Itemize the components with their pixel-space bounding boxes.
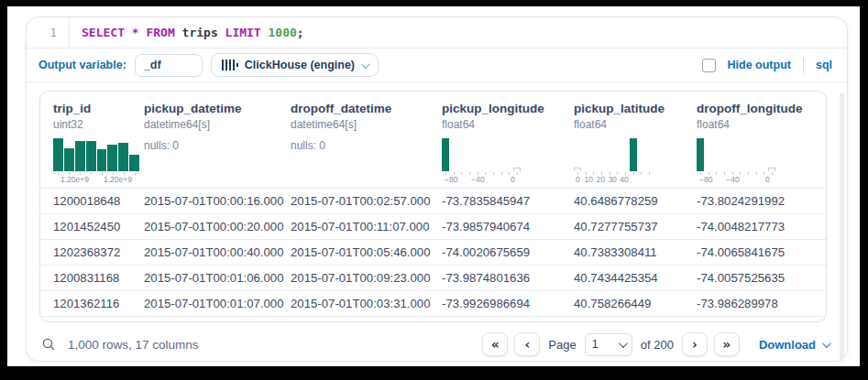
code-token: * bbox=[132, 26, 139, 39]
histogram-bar bbox=[118, 143, 128, 171]
table-cell[interactable]: -74.0057525635 bbox=[697, 271, 826, 285]
code-token: 1000 bbox=[269, 26, 297, 39]
column-header-pickup_datetime[interactable]: pickup_datetimedatetime64[s]nulls: 0 bbox=[144, 101, 291, 184]
chevron-down-icon bbox=[822, 339, 831, 348]
prev-page-button[interactable]: ‹ bbox=[514, 332, 540, 356]
histogram-axis-label: 40 bbox=[620, 175, 628, 184]
table-cell[interactable]: -73.9874801636 bbox=[442, 271, 574, 285]
chevron-down-icon bbox=[361, 60, 370, 69]
table-footer: 1,000 rows, 17 columns « ‹ Page 1 of 200… bbox=[41, 332, 829, 356]
next-page-button[interactable]: › bbox=[682, 332, 708, 356]
histogram-bar bbox=[442, 138, 449, 171]
output-area: trip_iduint321.20e+91.20e+9pickup_dateti… bbox=[27, 91, 847, 322]
column-header-pickup_longitude[interactable]: pickup_longitudefloat64−80−400 bbox=[442, 101, 574, 184]
code-token bbox=[261, 26, 269, 39]
table-row[interactable]: 12000186482015-07-01T00:00:16.0002015-07… bbox=[40, 189, 826, 214]
table-cell[interactable]: 40.758266449 bbox=[574, 297, 697, 310]
table-row[interactable]: 12013621162015-07-01T00:01:07.0002015-07… bbox=[40, 291, 826, 317]
histogram-axis-label: 1.20e+9 bbox=[60, 175, 89, 184]
column-dtype: float64 bbox=[697, 117, 817, 132]
table-cell[interactable]: 40.6486778259 bbox=[574, 194, 697, 208]
engine-label: ClickHouse (engine) bbox=[245, 59, 355, 71]
language-badge[interactable]: sql bbox=[816, 59, 832, 71]
table-cell[interactable]: 2015-07-01T00:00:20.000 bbox=[144, 220, 291, 233]
table-cell[interactable]: 2015-07-01T00:01:07.000 bbox=[144, 297, 291, 310]
histogram-bar bbox=[630, 138, 637, 171]
search-icon[interactable] bbox=[41, 337, 56, 352]
sql-code-line[interactable]: SELECT * FROM trips LIMIT 1000; bbox=[70, 17, 304, 48]
column-header-dropoff_longitude[interactable]: dropoff_longitudefloat64−80−400 bbox=[697, 101, 826, 184]
table-row[interactable]: 12023683722015-07-01T00:00:40.0002015-07… bbox=[40, 240, 826, 266]
toolbar-divider bbox=[803, 58, 804, 73]
table-cell[interactable]: 2015-07-01T00:11:07.000 bbox=[291, 220, 442, 233]
histogram-axis-label: 0 bbox=[511, 175, 515, 184]
table-cell[interactable]: -74.0048217773 bbox=[697, 220, 826, 233]
column-nulls-count: nulls: 0 bbox=[291, 139, 433, 152]
page-number-select[interactable]: 1 bbox=[585, 333, 632, 356]
download-button[interactable]: Download bbox=[759, 338, 829, 352]
sql-cell-card: 1 SELECT * FROM trips LIMIT 1000; Output… bbox=[26, 16, 848, 362]
table-cell[interactable]: 1200831168 bbox=[53, 271, 144, 285]
table-cell[interactable]: 2015-07-01T00:03:31.000 bbox=[291, 297, 442, 310]
column-header-pickup_latitude[interactable]: pickup_latitudefloat64010203040 bbox=[574, 101, 697, 184]
histogram-bar bbox=[97, 149, 107, 171]
column-histogram: 1.20e+91.20e+9 bbox=[53, 138, 139, 184]
code-token bbox=[125, 26, 132, 39]
hide-output-label[interactable]: Hide output bbox=[728, 59, 791, 71]
table-cell[interactable]: 1201452450 bbox=[53, 220, 144, 233]
column-dtype: datetime64[s] bbox=[291, 117, 433, 132]
table-cell[interactable]: 1200018648 bbox=[53, 194, 144, 208]
table-cell[interactable]: 2015-07-01T00:09:23.000 bbox=[291, 271, 442, 285]
histogram-axis-label: −40 bbox=[726, 175, 739, 184]
code-token: SELECT bbox=[82, 26, 125, 39]
output-scrollbar[interactable] bbox=[840, 92, 844, 362]
table-cell[interactable]: 40.7277755737 bbox=[574, 220, 697, 233]
table-cell[interactable]: 40.7434425354 bbox=[574, 271, 697, 285]
table-cell[interactable]: -73.7835845947 bbox=[442, 194, 574, 208]
hide-output-checkbox[interactable] bbox=[702, 59, 716, 72]
last-page-button[interactable]: » bbox=[714, 332, 740, 356]
code-token: trips bbox=[175, 26, 225, 39]
engine-selector[interactable]: ClickHouse (engine) bbox=[211, 53, 379, 77]
column-name: dropoff_longitude bbox=[697, 101, 817, 116]
column-name: pickup_datetime bbox=[144, 101, 281, 116]
first-page-button[interactable]: « bbox=[482, 332, 508, 356]
table-cell[interactable]: 2015-07-01T00:02:57.000 bbox=[291, 194, 442, 208]
table-cell[interactable]: 40.7383308411 bbox=[574, 245, 697, 259]
histogram-bar bbox=[129, 155, 139, 171]
notebook-background: 1 SELECT * FROM trips LIMIT 1000; Output… bbox=[7, 6, 860, 366]
code-token: ; bbox=[297, 26, 304, 39]
table-cell[interactable]: -74.0020675659 bbox=[442, 245, 574, 259]
sql-editor[interactable]: 1 SELECT * FROM trips LIMIT 1000; bbox=[27, 17, 847, 49]
dataframe-table: trip_iduint321.20e+91.20e+9pickup_dateti… bbox=[39, 91, 827, 322]
table-cell[interactable]: 2015-07-01T00:01:06.000 bbox=[144, 271, 291, 285]
code-token: LIMIT bbox=[225, 26, 261, 39]
column-header-trip_id[interactable]: trip_iduint321.20e+91.20e+9 bbox=[53, 101, 144, 184]
table-cell[interactable]: -74.0065841675 bbox=[697, 245, 826, 259]
table-cell[interactable]: -73.986289978 bbox=[697, 297, 826, 310]
column-histogram: 010203040 bbox=[574, 138, 653, 184]
table-cell[interactable]: 2015-07-01T00:05:46.000 bbox=[291, 245, 442, 259]
column-dtype: uint32 bbox=[53, 117, 135, 132]
column-dtype: float64 bbox=[442, 117, 565, 132]
row-count-text: 1,000 rows, 17 columns bbox=[68, 338, 199, 352]
table-cell[interactable]: 2015-07-01T00:00:16.000 bbox=[144, 194, 291, 208]
histogram-axis-label: 10 bbox=[585, 175, 593, 184]
table-cell[interactable]: -73.9857940674 bbox=[442, 220, 574, 233]
table-row[interactable]: 12014524502015-07-01T00:00:20.0002015-07… bbox=[40, 214, 826, 240]
table-cell[interactable]: 2015-07-01T00:00:40.000 bbox=[144, 245, 291, 259]
download-label: Download bbox=[759, 338, 816, 352]
column-dtype: datetime64[s] bbox=[144, 117, 281, 132]
histogram-bar bbox=[64, 148, 74, 171]
page-number-value: 1 bbox=[592, 338, 619, 351]
output-variable-input[interactable] bbox=[135, 54, 203, 77]
table-cell[interactable]: 1201362116 bbox=[53, 297, 144, 310]
table-row[interactable]: 12008311682015-07-01T00:01:06.0002015-07… bbox=[40, 266, 826, 291]
output-variable-label: Output variable: bbox=[38, 59, 126, 71]
column-name: pickup_latitude bbox=[574, 101, 687, 116]
table-cell[interactable]: -73.9926986694 bbox=[442, 297, 574, 310]
column-name: trip_id bbox=[53, 101, 135, 116]
table-cell[interactable]: -73.8024291992 bbox=[697, 194, 826, 208]
table-cell[interactable]: 1202368372 bbox=[53, 245, 144, 259]
column-header-dropoff_datetime[interactable]: dropoff_datetimedatetime64[s]nulls: 0 bbox=[291, 101, 442, 184]
